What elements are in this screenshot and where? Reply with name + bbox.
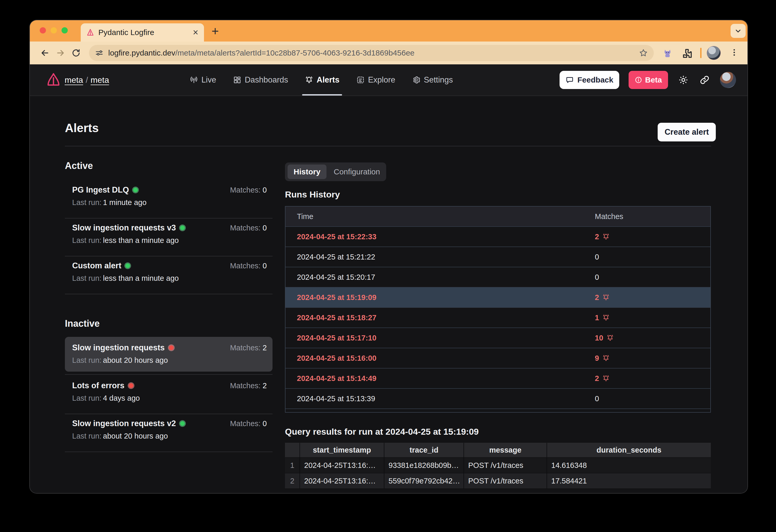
last-run-label: Last run: xyxy=(72,394,102,402)
user-avatar[interactable] xyxy=(720,72,736,88)
cell-message: POST /v1/traces xyxy=(468,461,523,470)
cell-trace-id: 559c0f79e792cb42… xyxy=(389,477,460,485)
query-row[interactable]: 1 2024-04-25T13:16:… 93381e18268b09b… PO… xyxy=(285,458,711,473)
alert-item-lots-of-errors[interactable]: Lots of errors Matches:2 Last run:4 days… xyxy=(65,381,272,402)
alert-item-pg-ingest-dlq[interactable]: PG Ingest DLQ Matches:0 Last run:1 minut… xyxy=(65,185,272,207)
breadcrumb-project-link[interactable]: meta xyxy=(90,75,109,84)
nav-item-explore[interactable]: Explore xyxy=(356,64,395,96)
run-time: 2024-04-25 at 15:22:33 xyxy=(285,232,376,241)
create-alert-button[interactable]: Create alert xyxy=(658,123,716,142)
feedback-bubble-icon xyxy=(566,76,574,84)
bell-icon xyxy=(602,314,610,322)
tab-configuration[interactable]: Configuration xyxy=(330,165,384,179)
bookmark-star-icon[interactable] xyxy=(639,48,648,58)
nav-label-alerts: Alerts xyxy=(317,75,340,84)
run-matches-value: 2 xyxy=(595,293,599,302)
share-link-button[interactable] xyxy=(699,74,711,86)
col-message: message xyxy=(463,443,547,458)
runs-table-header: Time Matches xyxy=(285,207,710,226)
status-dot-red-icon xyxy=(129,383,134,388)
nav-item-live[interactable]: Live xyxy=(189,64,216,96)
status-dot-green-icon xyxy=(180,225,185,230)
run-matches-value: 0 xyxy=(595,253,599,261)
breadcrumb-org-link[interactable]: meta xyxy=(65,75,83,84)
browser-profile-avatar[interactable] xyxy=(707,46,721,60)
alert-name: Lots of errors xyxy=(72,381,125,390)
matches-label: Matches: xyxy=(230,224,260,232)
runs-history-heading: Runs History xyxy=(285,189,340,200)
run-row[interactable]: 2024-04-25 at 15:18:27 1 xyxy=(285,307,710,328)
close-tab-icon[interactable]: × xyxy=(193,28,198,37)
alert-item-slow-ingestion-selected[interactable]: Slow ingestion requests Matches:2 Last r… xyxy=(65,343,272,365)
run-matches-value: 0 xyxy=(595,394,599,403)
status-dot-red-icon xyxy=(169,345,174,350)
list-divider xyxy=(65,294,272,294)
beta-badge[interactable]: Beta xyxy=(629,71,668,89)
nav-item-dashboards[interactable]: Dashboards xyxy=(233,64,288,96)
site-controls-icon[interactable] xyxy=(95,48,104,57)
matches-value: 0 xyxy=(263,186,267,194)
query-row[interactable]: 2 2024-04-25T13:16:… 559c0f79e792cb42… P… xyxy=(285,473,711,489)
last-run-value: 4 days ago xyxy=(103,394,140,402)
back-button[interactable] xyxy=(40,48,50,58)
browser-tab[interactable]: Pydantic Logfire × xyxy=(81,23,204,41)
run-row[interactable]: 2024-04-25 at 15:20:17 0 xyxy=(285,267,710,287)
run-row[interactable]: 2024-04-25 at 15:13:39 0 xyxy=(285,388,710,408)
minimize-window-button[interactable] xyxy=(51,27,57,33)
extensions-puzzle-icon[interactable] xyxy=(681,47,693,59)
browser-tab-strip: Pydantic Logfire × + xyxy=(30,20,748,41)
dashboards-icon xyxy=(233,75,242,84)
alert-item-slow-ingestion-v2[interactable]: Slow ingestion requests v2 Matches:0 Las… xyxy=(65,419,272,440)
run-row[interactable]: 2024-04-25 at 15:14:49 2 xyxy=(285,368,710,388)
row-number: 2 xyxy=(285,473,300,489)
run-time: 2024-04-25 at 15:17:10 xyxy=(285,334,376,342)
nav-label-settings: Settings xyxy=(424,75,453,84)
run-row[interactable]: 2024-04-25 at 15:21:22 0 xyxy=(285,246,710,267)
logfire-logo[interactable] xyxy=(46,72,61,87)
close-window-button[interactable] xyxy=(40,27,46,33)
col-trace-id: trace_id xyxy=(384,443,463,458)
nav-items: Live Dashboards Alerts Explore xyxy=(189,64,453,96)
url-bar[interactable]: logfire.pydantic.dev/meta/meta/alerts?al… xyxy=(89,45,654,61)
run-row-selected[interactable]: 2024-04-25 at 15:19:09 2 xyxy=(285,287,710,307)
nav-item-settings[interactable]: Settings xyxy=(412,64,453,96)
tab-search-button[interactable] xyxy=(731,24,746,38)
query-results-table: start_timestamp trace_id message duratio… xyxy=(285,443,711,489)
nav-item-alerts[interactable]: Alerts xyxy=(305,64,340,96)
run-matches-value: 9 xyxy=(595,354,599,363)
new-tab-button[interactable]: + xyxy=(211,25,219,37)
runs-history-table: Time Matches 2024-04-25 at 15:22:33 2 20… xyxy=(285,206,711,413)
run-row[interactable]: 2024-04-25 at 15:16:00 9 xyxy=(285,348,710,368)
refresh-button[interactable] xyxy=(71,48,81,58)
run-row[interactable]: 2024-04-25 at 15:17:10 10 xyxy=(285,328,710,348)
feedback-button[interactable]: Feedback xyxy=(560,71,619,89)
col-time: Time xyxy=(285,212,313,221)
theme-toggle-button[interactable] xyxy=(677,74,689,86)
matches-label: Matches: xyxy=(230,381,260,390)
tab-history[interactable]: History xyxy=(287,165,327,179)
extension-cat-icon[interactable] xyxy=(661,47,673,59)
cell-message: POST /v1/traces xyxy=(468,477,523,485)
last-run-label: Last run: xyxy=(72,198,102,207)
matches-label: Matches: xyxy=(230,186,260,194)
alert-item-custom-alert[interactable]: Custom alert Matches:0 Last run:less tha… xyxy=(65,261,272,283)
run-row[interactable]: 2024-04-25 at 15:22:33 2 xyxy=(285,226,710,246)
matches-value: 0 xyxy=(263,261,267,270)
cell-trace-id: 93381e18268b09b… xyxy=(389,461,459,470)
forward-button[interactable] xyxy=(55,48,66,58)
run-time: 2024-04-25 at 15:21:22 xyxy=(285,253,375,261)
inactive-section-title: Inactive xyxy=(65,318,100,329)
toolbar-divider xyxy=(700,48,702,58)
page-title: Alerts xyxy=(65,121,99,135)
matches-value: 2 xyxy=(263,381,267,390)
zoom-window-button[interactable] xyxy=(61,27,68,33)
feedback-label: Feedback xyxy=(577,75,613,84)
run-row-partial xyxy=(285,408,710,412)
run-time: 2024-04-25 at 15:16:00 xyxy=(285,354,376,363)
bell-icon xyxy=(602,374,610,382)
list-divider xyxy=(65,218,272,218)
last-run-label: Last run: xyxy=(72,236,102,244)
alert-item-slow-ingestion-v3[interactable]: Slow ingestion requests v3 Matches:0 Las… xyxy=(65,223,272,245)
browser-menu-icon[interactable] xyxy=(729,47,739,58)
nav-label-dashboards: Dashboards xyxy=(245,75,288,84)
